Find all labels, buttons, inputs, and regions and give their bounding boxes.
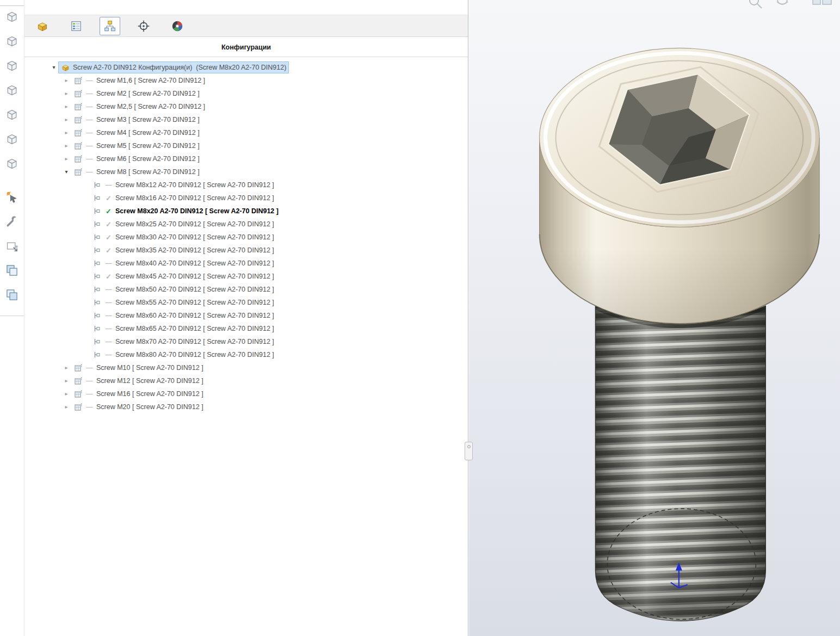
panel-title: Конфигурации bbox=[24, 44, 468, 51]
tab-configurationmanager[interactable] bbox=[100, 17, 120, 35]
tree-row[interactable]: ▸—Screw M12 [ Screw A2-70 DIN912 ] bbox=[24, 374, 468, 387]
config-label: Screw M8x45 A2-70 DIN912 [ Screw A2-70 D… bbox=[115, 273, 274, 280]
tree-row[interactable]: ▸—Screw M3 [ Screw A2-70 DIN912 ] bbox=[24, 113, 468, 126]
tree-row[interactable]: ✓Screw M8x25 A2-70 DIN912 [ Screw A2-70 … bbox=[24, 218, 468, 231]
config-dash-icon: — bbox=[85, 103, 94, 110]
config-dash-icon: — bbox=[104, 312, 113, 319]
panel-splitter-handle[interactable] bbox=[465, 442, 473, 460]
tree-row[interactable]: —Screw M8x65 A2-70 DIN912 [ Screw A2-70 … bbox=[24, 322, 468, 335]
config-dash-icon: — bbox=[104, 325, 113, 332]
tree-row[interactable]: ▾—Screw M8 [ Screw A2-70 DIN912 ] bbox=[24, 165, 468, 178]
view-cube-tool-5-icon[interactable] bbox=[3, 106, 21, 124]
expand-arrow-icon[interactable]: ▸ bbox=[62, 378, 71, 384]
copy-view-tool-2-icon[interactable] bbox=[3, 286, 21, 304]
config-dash-icon: — bbox=[104, 182, 113, 188]
config-group-icon bbox=[73, 376, 83, 385]
config-label: Screw M10 [ Screw A2-70 DIN912 ] bbox=[96, 364, 203, 372]
config-icon bbox=[92, 337, 102, 346]
view-cube-tool-7-icon[interactable] bbox=[3, 155, 21, 173]
config-tree: ▾Screw A2-70 DIN912 Конфигурация(и) (Scr… bbox=[24, 61, 468, 413]
tree-row[interactable]: ✓Screw M8x20 A2-70 DIN912 [ Screw A2-70 … bbox=[24, 205, 468, 218]
tree-row[interactable]: —Screw M8x50 A2-70 DIN912 [ Screw A2-70 … bbox=[24, 283, 468, 296]
screw-3d-model bbox=[469, 0, 840, 636]
config-dash-icon: — bbox=[104, 286, 113, 293]
solidworks-window: Конфигурации ▾Screw A2-70 DIN912 Конфигу… bbox=[0, 0, 840, 636]
config-label: Screw M8x20 A2-70 DIN912 [ Screw A2-70 D… bbox=[115, 207, 279, 215]
tree-row[interactable]: ✓Screw M8x45 A2-70 DIN912 [ Screw A2-70 … bbox=[24, 270, 468, 283]
tab-displaymanager[interactable] bbox=[167, 17, 188, 35]
config-label: Screw M8x12 A2-70 DIN912 [ Screw A2-70 D… bbox=[115, 181, 274, 189]
view-cube-tool-4-icon[interactable] bbox=[3, 81, 21, 100]
tree-row[interactable]: ▸—Screw M4 [ Screw A2-70 DIN912 ] bbox=[24, 126, 468, 139]
tree-row[interactable]: ▸—Screw M5 [ Screw A2-70 DIN912 ] bbox=[24, 139, 468, 152]
config-label: Screw M20 [ Screw A2-70 DIN912 ] bbox=[96, 403, 203, 411]
config-dash-icon: — bbox=[85, 378, 94, 384]
tree-row[interactable]: ▸—Screw M6 [ Screw A2-70 DIN912 ] bbox=[24, 152, 468, 165]
tree-row[interactable]: ▸—Screw M20 [ Screw A2-70 DIN912 ] bbox=[24, 400, 468, 413]
tree-row[interactable]: ▸—Screw M16 [ Screw A2-70 DIN912 ] bbox=[24, 387, 468, 400]
expand-arrow-icon[interactable]: ▸ bbox=[62, 130, 71, 135]
tab-dimxpert[interactable] bbox=[133, 17, 154, 35]
config-label: Screw M8x30 A2-70 DIN912 [ Screw A2-70 D… bbox=[115, 233, 274, 241]
tab-featuremanager[interactable] bbox=[32, 17, 53, 35]
copy-view-tool-1-icon[interactable] bbox=[3, 261, 21, 280]
tree-row[interactable]: —Screw M8x70 A2-70 DIN912 [ Screw A2-70 … bbox=[24, 335, 468, 348]
config-label: Screw M8x65 A2-70 DIN912 [ Screw A2-70 D… bbox=[115, 325, 274, 332]
config-label: Screw M8x50 A2-70 DIN912 [ Screw A2-70 D… bbox=[115, 286, 274, 293]
orbit-icon[interactable] bbox=[777, 0, 788, 4]
view-cube-tool-2-icon[interactable] bbox=[3, 32, 21, 51]
tree-row[interactable]: ✓Screw M8x16 A2-70 DIN912 [ Screw A2-70 … bbox=[24, 192, 468, 205]
expand-arrow-icon[interactable]: ▸ bbox=[62, 91, 71, 96]
config-icon bbox=[92, 181, 102, 189]
expand-arrow-icon[interactable]: ▸ bbox=[62, 78, 71, 83]
config-dash-icon: — bbox=[104, 260, 113, 267]
config-label: Screw M8 [ Screw A2-70 DIN912 ] bbox=[96, 168, 200, 176]
config-dash-icon: — bbox=[85, 156, 94, 162]
tree-row[interactable]: ▸—Screw M2 [ Screw A2-70 DIN912 ] bbox=[24, 87, 468, 100]
expand-arrow-icon[interactable]: ▸ bbox=[62, 156, 71, 162]
tree-row[interactable]: ▸—Screw M10 [ Screw A2-70 DIN912 ] bbox=[24, 361, 468, 374]
config-check-icon: ✓ bbox=[104, 247, 113, 254]
tree-row[interactable]: —Screw M8x40 A2-70 DIN912 [ Screw A2-70 … bbox=[24, 257, 468, 270]
configuration-manager-panel: Конфигурации ▾Screw A2-70 DIN912 Конфигу… bbox=[24, 0, 468, 636]
view-cube-tool-3-icon[interactable] bbox=[3, 57, 21, 75]
config-label: Screw M16 [ Screw A2-70 DIN912 ] bbox=[96, 390, 203, 398]
collapse-arrow-icon[interactable]: ▾ bbox=[50, 65, 58, 70]
collapse-arrow-icon[interactable]: ▾ bbox=[62, 169, 71, 175]
config-icon bbox=[92, 298, 102, 307]
view-cube-tool-6-icon[interactable] bbox=[3, 130, 21, 149]
wrench-tool-icon[interactable] bbox=[3, 212, 21, 231]
config-group-icon bbox=[73, 76, 83, 85]
config-check-icon: ✓ bbox=[104, 273, 113, 280]
tree-row[interactable]: ▸—Screw M2,5 [ Screw A2-70 DIN912 ] bbox=[24, 100, 468, 113]
config-icon bbox=[92, 207, 102, 215]
expand-arrow-icon[interactable]: ▸ bbox=[62, 143, 71, 149]
tree-row[interactable]: ✓Screw M8x35 A2-70 DIN912 [ Screw A2-70 … bbox=[24, 244, 468, 257]
config-group-icon bbox=[73, 115, 83, 124]
expand-arrow-icon[interactable]: ▸ bbox=[62, 404, 71, 410]
expand-arrow-icon[interactable]: ▸ bbox=[62, 365, 71, 371]
tree-row[interactable]: —Screw M8x60 A2-70 DIN912 [ Screw A2-70 … bbox=[24, 309, 468, 322]
config-group-icon bbox=[73, 363, 83, 372]
tree-row[interactable]: ✓Screw M8x30 A2-70 DIN912 [ Screw A2-70 … bbox=[24, 231, 468, 244]
tree-row[interactable]: ▾Screw A2-70 DIN912 Конфигурация(и) (Scr… bbox=[24, 61, 468, 74]
config-label: Screw M6 [ Screw A2-70 DIN912 ] bbox=[96, 155, 200, 163]
select-tool-icon[interactable] bbox=[3, 188, 21, 206]
magnifier-icon[interactable] bbox=[750, 0, 762, 8]
expand-arrow-icon[interactable]: ▸ bbox=[62, 391, 71, 397]
graphics-viewport[interactable] bbox=[469, 0, 840, 636]
tree-row[interactable]: —Screw M8x12 A2-70 DIN912 [ Screw A2-70 … bbox=[24, 178, 468, 192]
view-cube-tool-1-icon[interactable] bbox=[3, 8, 21, 26]
section-view-tool-icon[interactable] bbox=[3, 237, 21, 255]
config-group-icon bbox=[73, 403, 83, 411]
panels-icon[interactable] bbox=[813, 0, 831, 4]
tree-row[interactable]: —Screw M8x80 A2-70 DIN912 [ Screw A2-70 … bbox=[24, 348, 468, 361]
screw-shank bbox=[589, 306, 771, 636]
tree-row[interactable]: —Screw M8x55 A2-70 DIN912 [ Screw A2-70 … bbox=[24, 296, 468, 309]
tree-row[interactable]: ▸—Screw M1,6 [ Screw A2-70 DIN912 ] bbox=[24, 74, 468, 87]
part-icon bbox=[61, 63, 70, 72]
config-label: Screw M8x40 A2-70 DIN912 [ Screw A2-70 D… bbox=[115, 260, 274, 267]
tab-propertymanager[interactable] bbox=[66, 17, 87, 35]
expand-arrow-icon[interactable]: ▸ bbox=[62, 104, 71, 109]
expand-arrow-icon[interactable]: ▸ bbox=[62, 117, 71, 122]
